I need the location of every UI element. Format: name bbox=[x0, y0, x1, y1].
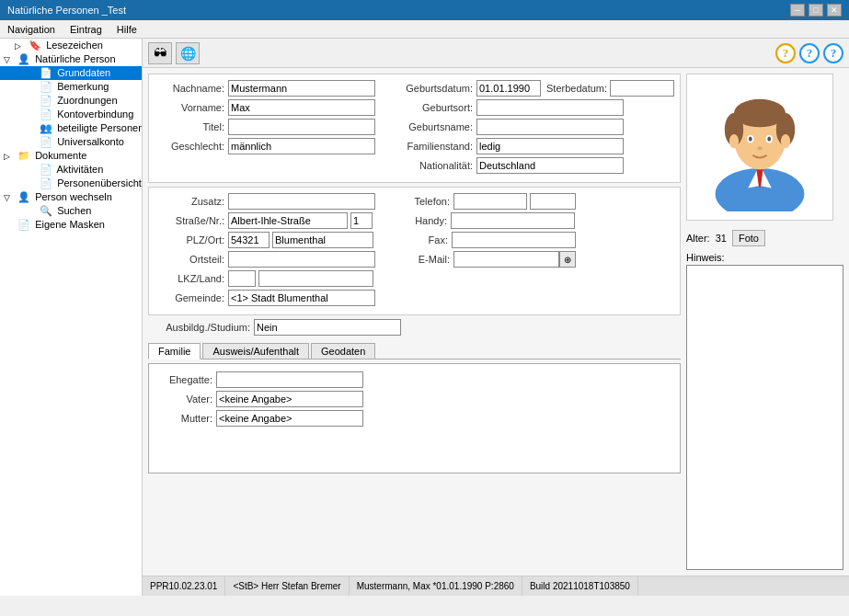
web-button[interactable]: 🌐 bbox=[176, 42, 200, 64]
row-ortsteil: Ortsteil: E-Mail: ⊕ bbox=[155, 251, 674, 268]
zusatz-input[interactable] bbox=[228, 193, 375, 210]
familienstand-input[interactable] bbox=[476, 138, 624, 154]
sidebar-item-personenuebersicht[interactable]: 📄 Personenübersicht bbox=[0, 177, 142, 190]
handy-input[interactable] bbox=[451, 212, 575, 229]
ehegatte-input[interactable] bbox=[216, 371, 363, 388]
sidebar-item-eigene-masken[interactable]: 📄 Eigene Masken bbox=[0, 218, 142, 232]
menu-navigation[interactable]: Navigation bbox=[0, 22, 63, 37]
strasse-input[interactable] bbox=[228, 212, 348, 229]
hinweis-textarea[interactable] bbox=[686, 265, 843, 570]
toolbar-right: ? ? ? bbox=[775, 43, 843, 63]
row-ehegatte: Ehegatte: bbox=[156, 371, 672, 388]
menu-eintrag[interactable]: Eintrag bbox=[63, 22, 109, 37]
status-build: Build 20211018T103850 bbox=[522, 576, 638, 596]
svg-point-11 bbox=[767, 137, 771, 142]
form-right: Alter: 31 Foto Hinweis: bbox=[686, 74, 843, 570]
strassenr-input[interactable] bbox=[350, 212, 373, 229]
sidebar-item-bemerkung[interactable]: 📄 Bemerkung bbox=[0, 80, 142, 94]
ehegatte-label: Ehegatte: bbox=[156, 374, 216, 385]
sidebar-item-universalkonto[interactable]: 📄 Universalkonto bbox=[0, 135, 142, 149]
tab-geodaten[interactable]: Geodaten bbox=[311, 343, 375, 359]
age-foto-row: Alter: 31 Foto bbox=[686, 230, 843, 246]
telefon-label: Telefon: bbox=[403, 196, 453, 207]
alter-value: 31 bbox=[716, 233, 727, 244]
row-titel: Titel: Geburtsname: bbox=[155, 119, 674, 135]
status-person: Mustermann, Max *01.01.1990 P:2860 bbox=[350, 576, 522, 596]
personal-data-section: Nachname: Geburtsdatum: Sterbedatum: Vor… bbox=[148, 74, 681, 183]
sterbedatum-input[interactable] bbox=[610, 80, 674, 97]
alter-label: Alter: bbox=[686, 233, 710, 244]
vorname-input[interactable] bbox=[228, 99, 375, 116]
fax-input[interactable] bbox=[452, 232, 576, 248]
sidebar-item-grunddaten[interactable]: 📄 Grunddaten bbox=[0, 66, 142, 80]
geburtsname-input[interactable] bbox=[476, 119, 624, 135]
sidebar-item-zuordnungen[interactable]: 📄 Zuordnungen bbox=[0, 94, 142, 108]
telefon-ext-input[interactable] bbox=[530, 193, 576, 210]
avatar-svg bbox=[695, 83, 824, 211]
tabs-container: Familie Ausweis/Aufenthalt Geodaten Eheg… bbox=[148, 343, 681, 473]
ortsteil-input[interactable] bbox=[228, 251, 375, 268]
gemeinde-input[interactable] bbox=[228, 290, 375, 306]
titel-input[interactable] bbox=[228, 119, 375, 135]
sidebar-item-person-wechseln[interactable]: ▽ 👤 Person wechseln bbox=[0, 190, 142, 204]
row-nachname: Nachname: Geburtsdatum: Sterbedatum: bbox=[155, 80, 674, 97]
row-gemeinde: Gemeinde: bbox=[155, 290, 674, 306]
email-input[interactable] bbox=[453, 251, 559, 268]
row-geschlecht: Geschlecht: Familienstand: bbox=[155, 138, 674, 154]
geburtsdatum-input[interactable] bbox=[476, 80, 541, 97]
mutter-input[interactable] bbox=[216, 410, 363, 427]
sidebar-item-natuerliche-person[interactable]: ▽ 👤 Natürliche Person bbox=[0, 52, 142, 66]
help-button-3[interactable]: ? bbox=[823, 43, 843, 63]
sterbedatum-label: Sterbedatum: bbox=[541, 83, 610, 94]
familienstand-label: Familienstand: bbox=[403, 141, 476, 152]
email-action-button[interactable]: ⊕ bbox=[559, 251, 576, 268]
sidebar: ▷ 🔖 Lesezeichen ▽ 👤 Natürliche Person 📄 … bbox=[0, 39, 143, 596]
hinweis-label: Hinweis: bbox=[686, 252, 843, 263]
vater-input[interactable] bbox=[216, 391, 363, 407]
sidebar-item-lesezeichen[interactable]: ▷ 🔖 Lesezeichen bbox=[0, 39, 142, 52]
sidebar-item-kontoverbindung[interactable]: 📄 Kontoverbindung bbox=[0, 108, 142, 121]
row-lkzland: LKZ/Land: bbox=[155, 270, 674, 287]
geburtsort-input[interactable] bbox=[476, 99, 624, 116]
lkz-input[interactable] bbox=[228, 270, 256, 287]
toolbar: 🕶 🌐 ? ? ? bbox=[143, 39, 849, 68]
lkzland-label: LKZ/Land: bbox=[155, 273, 228, 284]
geburtsdatum-label: Geburtsdatum: bbox=[403, 83, 476, 94]
sidebar-item-dokumente[interactable]: ▷ 📁 Dokumente bbox=[0, 149, 142, 163]
nachname-input[interactable] bbox=[228, 80, 375, 97]
glasses-button[interactable]: 🕶 bbox=[148, 42, 172, 64]
help-button-1[interactable]: ? bbox=[775, 43, 796, 63]
strasse-label: Straße/Nr.: bbox=[155, 215, 228, 226]
menu-hilfe[interactable]: Hilfe bbox=[109, 22, 144, 37]
title-bar-controls: ─ □ ✕ bbox=[790, 4, 842, 17]
help-button-2[interactable]: ? bbox=[799, 43, 820, 63]
geburtsort-label: Geburtsort: bbox=[403, 102, 476, 113]
tab-ausweis[interactable]: Ausweis/Aufenthalt bbox=[202, 343, 309, 359]
sidebar-item-suchen[interactable]: 🔍 Suchen bbox=[0, 204, 142, 218]
close-button[interactable]: ✕ bbox=[827, 4, 842, 17]
row-strasse: Straße/Nr.: Handy: bbox=[155, 212, 674, 229]
land-input[interactable] bbox=[258, 270, 373, 287]
sidebar-item-beteiligte-personen[interactable]: 👥 beteiligte Personen bbox=[0, 121, 142, 135]
geschlecht-input[interactable] bbox=[228, 138, 375, 154]
telefon-input[interactable] bbox=[453, 193, 527, 210]
svg-point-12 bbox=[757, 146, 762, 150]
plz-input[interactable] bbox=[228, 232, 270, 248]
vorname-label: Vorname: bbox=[155, 102, 228, 113]
menu-bar: Navigation Eintrag Hilfe bbox=[0, 20, 849, 39]
tab-familie[interactable]: Familie bbox=[148, 343, 201, 359]
gemeinde-label: Gemeinde: bbox=[155, 292, 228, 303]
row-vorname: Vorname: Geburtsort: bbox=[155, 99, 674, 116]
vater-label: Vater: bbox=[156, 394, 216, 405]
ort-input[interactable] bbox=[272, 232, 373, 248]
ausbildung-input[interactable] bbox=[254, 319, 401, 336]
svg-point-10 bbox=[749, 137, 752, 142]
maximize-button[interactable]: □ bbox=[809, 4, 823, 17]
nationalitaet-input[interactable] bbox=[476, 157, 624, 174]
form-area: Nachname: Geburtsdatum: Sterbedatum: Vor… bbox=[143, 68, 849, 576]
svg-point-13 bbox=[729, 134, 739, 148]
sidebar-item-aktivitaeten[interactable]: 📄 Aktivitäten bbox=[0, 163, 142, 177]
foto-button[interactable]: Foto bbox=[732, 230, 765, 246]
minimize-button[interactable]: ─ bbox=[790, 4, 805, 17]
address-section: Zusatz: Telefon: Straße/Nr.: Handy: bbox=[148, 187, 681, 315]
